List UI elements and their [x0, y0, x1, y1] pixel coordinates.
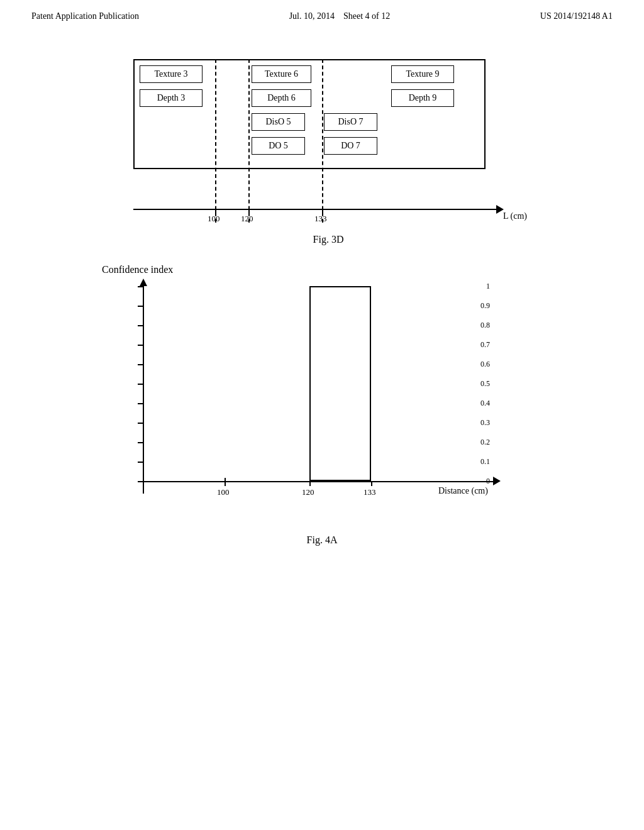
chart-x-arrow [493, 477, 501, 485]
chart-x-tick-133 [371, 481, 372, 486]
depth6-box: Depth 6 [252, 89, 311, 107]
fig3d-diagram: Texture 3 Depth 3 Texture 6 Depth 6 DisO… [114, 53, 542, 229]
tick-label-120: 120 [241, 214, 253, 224]
fig3d-label: Fig. 3D [63, 234, 594, 245]
y-label-05: 0.5 [113, 379, 490, 389]
chart-area: 0 0.1 0.2 0.3 0.4 0.5 0.6 0.7 0.8 [143, 286, 495, 494]
texture3-box: Texture 3 [140, 65, 203, 83]
y-label-04: 0.4 [113, 399, 490, 408]
tick-100 [215, 206, 216, 213]
fig4a-section: Confidence index 0 0.1 0.2 0.3 0.4 [0, 252, 644, 558]
page-header: Patent Application Publication Jul. 10, … [0, 0, 644, 28]
minor-tick-100 [225, 478, 226, 484]
chart-title: Confidence index [102, 264, 173, 275]
x-axis-label: L (cm) [503, 211, 527, 221]
dashed-line-1 [215, 59, 216, 223]
chart-x-label-100: 100 [217, 487, 230, 497]
diso7-box: DisO 7 [324, 113, 377, 131]
y-label-02: 0.2 [113, 438, 490, 447]
x-axis-line [133, 209, 498, 210]
chart-container: Confidence index 0 0.1 0.2 0.3 0.4 [102, 264, 542, 528]
y-label-06: 0.6 [113, 360, 490, 369]
diso5-box: DisO 5 [252, 113, 305, 131]
tick-133 [322, 206, 323, 213]
header-left: Patent Application Publication [31, 11, 139, 21]
y-label-01: 0.1 [113, 457, 490, 467]
tick-label-100: 100 [208, 214, 220, 224]
y-label-08: 0.8 [113, 321, 490, 330]
texture9-box: Texture 9 [391, 65, 454, 83]
chart-bar [309, 286, 371, 481]
header-middle: Jul. 10, 2014 Sheet 4 of 12 [289, 11, 391, 21]
header-right: US 2014/192148 A1 [540, 11, 613, 21]
depth9-box: Depth 9 [391, 89, 454, 107]
fig4a-label: Fig. 4A [50, 534, 594, 546]
do7-box: DO 7 [324, 137, 377, 155]
tick-label-133: 133 [314, 214, 327, 224]
y-label-09: 0.9 [113, 301, 490, 311]
y-label-03: 0.3 [113, 418, 490, 428]
chart-x-axis-label: Distance (cm) [438, 486, 488, 496]
fig3d-section: Texture 3 Depth 3 Texture 6 Depth 6 DisO… [0, 28, 644, 252]
chart-x-tick-120 [309, 481, 311, 486]
do5-box: DO 5 [252, 137, 305, 155]
tick-120 [248, 206, 250, 213]
texture6-box: Texture 6 [252, 65, 311, 83]
dashed-line-3 [322, 59, 323, 223]
y-label-1: 1 [119, 282, 490, 291]
dashed-line-2 [248, 59, 250, 223]
chart-x-label-120: 120 [302, 487, 314, 497]
y-label-07: 0.7 [113, 340, 490, 350]
depth3-box: Depth 3 [140, 89, 203, 107]
y-label-0: 0 [118, 477, 490, 486]
sheet-info: Sheet 4 of 12 [343, 11, 390, 21]
chart-x-label-133: 133 [364, 487, 376, 497]
